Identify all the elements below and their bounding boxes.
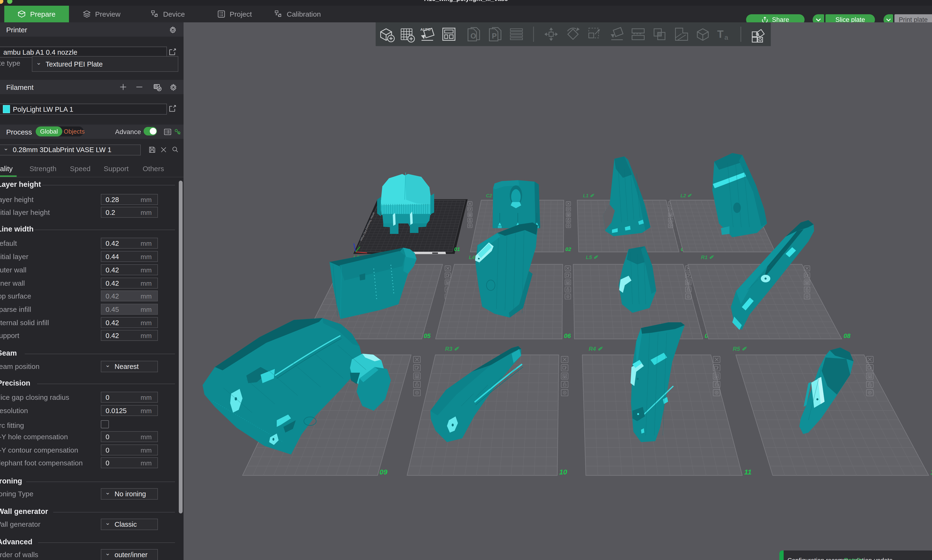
svg-text:L5 ✐: L5 ✐ [586,254,598,260]
svg-text:R5 ✐: R5 ✐ [733,346,747,352]
svg-text:T: T [717,29,724,40]
svg-text:11: 11 [744,468,752,476]
svg-text:R4 ✐: R4 ✐ [589,346,603,352]
svg-text:R3 ✐: R3 ✐ [445,346,459,352]
svg-text:05: 05 [424,332,431,339]
svg-text:02: 02 [565,246,572,252]
svg-text:L2 ✐: L2 ✐ [681,193,692,198]
svg-text:06: 06 [564,332,571,339]
svg-text:Details: Details [844,557,863,560]
svg-text:L1 ✐: L1 ✐ [583,193,595,198]
svg-text:O: O [470,32,476,40]
svg-text:R1 ✐: R1 ✐ [701,254,714,260]
svg-text:10: 10 [559,468,567,476]
svg-text:01: 01 [454,246,460,252]
svg-text:09: 09 [379,468,388,476]
svg-text:08: 08 [844,332,850,339]
svg-text:Configuration recommendation u: Configuration recommendation update [787,557,892,560]
svg-text:a: a [724,34,728,41]
svg-text:12: 12 [930,468,932,476]
svg-text:P: P [492,32,497,40]
